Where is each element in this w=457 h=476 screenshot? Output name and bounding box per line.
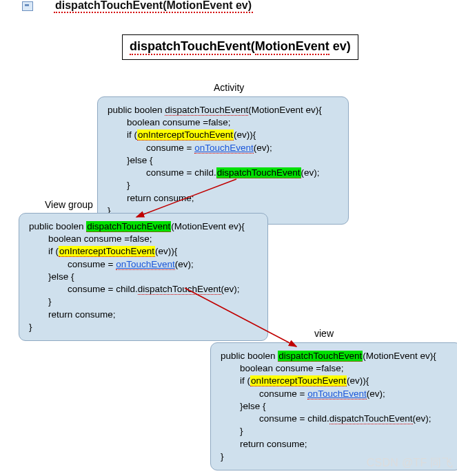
code-line: return consume; [221, 438, 451, 451]
code-line: consume = child.dispatchTouchEvent(ev); [108, 167, 338, 179]
code-line: boolean consume =false; [29, 233, 258, 245]
code-line: } [108, 179, 338, 192]
code-box-activity: public boolen dispatchTouchEvent(MotionE… [97, 96, 349, 225]
code-line: } [221, 425, 451, 437]
code-line: return consume; [108, 192, 338, 205]
code-line: consume = onTouchEvent(ev); [221, 388, 451, 400]
watermark: CSDN @TF 同飞 [367, 456, 453, 470]
heading-text: dispatchTouchEvent(MotionEvent ev) [54, 0, 253, 13]
label-viewgroup: View group [45, 199, 93, 210]
code-line: consume = onTouchEvent(ev); [108, 142, 338, 154]
code-line: if (onInterceptTouchEvent(ev)){ [29, 245, 258, 258]
title-text: dispatchTouchEvent(MotionEvent ev) [130, 39, 351, 55]
slide-heading: dispatchTouchEvent(MotionEvent ev) [22, 0, 253, 12]
code-line: }else { [221, 400, 451, 413]
code-line: if (onInterceptTouchEvent(ev)){ [108, 129, 338, 141]
code-line: boolean consume =false; [108, 116, 338, 129]
code-box-view: public boolen dispatchTouchEvent(MotionE… [210, 342, 457, 470]
code-line: } [29, 296, 258, 308]
title-box: dispatchTouchEvent(MotionEvent ev) [122, 34, 358, 60]
code-line: public boolen dispatchTouchEvent(MotionE… [108, 104, 338, 116]
code-line: public boolen dispatchTouchEvent(MotionE… [29, 220, 258, 233]
code-line: consume = child.dispatchTouchEvent(ev); [221, 413, 451, 425]
code-line: return consume; [29, 309, 258, 321]
code-line: consume = child.dispatchTouchEvent(ev); [29, 283, 258, 296]
code-line: consume = onTouchEvent(ev); [29, 258, 258, 271]
code-line: if (onInterceptTouchEvent(ev)){ [221, 375, 451, 387]
code-line: }else { [108, 154, 338, 167]
label-view: view [314, 328, 334, 339]
code-line: public boolen dispatchTouchEvent(MotionE… [221, 350, 451, 362]
label-activity: Activity [214, 82, 244, 93]
code-line: boolean consume =false; [221, 362, 451, 375]
code-line: }else { [29, 271, 258, 283]
code-box-viewgroup: public boolen dispatchTouchEvent(MotionE… [19, 213, 268, 341]
code-line: } [29, 321, 258, 333]
slide-icon [22, 1, 33, 11]
